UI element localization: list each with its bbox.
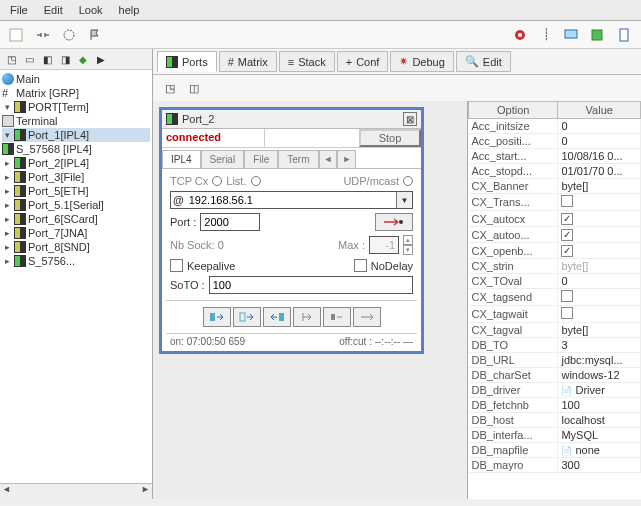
col-option[interactable]: Option <box>469 102 558 119</box>
side-tool-1[interactable]: ◳ <box>4 52 18 66</box>
tree-matrix[interactable]: #Matrix [GRP] <box>2 86 150 100</box>
option-row[interactable]: DB_interfa...MySQL <box>469 428 641 443</box>
btn-4[interactable] <box>293 307 321 327</box>
tab-conf[interactable]: +Conf <box>337 51 389 72</box>
col-value[interactable]: Value <box>558 102 641 119</box>
tree-s5756[interactable]: ▸S_5756... <box>2 254 150 268</box>
connect-icon[interactable] <box>34 26 52 44</box>
tree-port1[interactable]: ▾Port_1[IPL4] <box>2 128 150 142</box>
option-value[interactable] <box>558 289 641 306</box>
option-checkbox[interactable] <box>561 307 573 319</box>
option-row[interactable]: DB_driver📄 Driver <box>469 383 641 398</box>
tab-stack[interactable]: ≡Stack <box>279 51 335 72</box>
option-checkbox[interactable] <box>561 195 573 207</box>
menu-look[interactable]: Look <box>73 2 109 18</box>
side-tool-6[interactable]: ▶ <box>94 52 108 66</box>
option-value[interactable]: 0 <box>558 119 641 134</box>
tree-port51[interactable]: ▸Port_5.1[Serial] <box>2 198 150 212</box>
option-value[interactable]: byte[] <box>558 179 641 194</box>
btn-3[interactable] <box>263 307 291 327</box>
maximize-icon[interactable]: ⊠ <box>403 112 417 126</box>
tree-port2[interactable]: ▸Port_2[IPL4] <box>2 156 150 170</box>
ptab-file[interactable]: File <box>244 150 278 168</box>
tab-edit[interactable]: 🔍Edit <box>456 51 511 72</box>
option-row[interactable]: Acc_start...10/08/16 0... <box>469 149 641 164</box>
menu-help[interactable]: help <box>113 2 146 18</box>
flag-icon[interactable] <box>86 26 104 44</box>
option-row[interactable]: CX_tagsend <box>469 289 641 306</box>
tab-ports[interactable]: Ports <box>157 51 217 72</box>
option-row[interactable]: DB_mayro300 <box>469 458 641 473</box>
tree-main[interactable]: Main <box>2 72 150 86</box>
record-icon[interactable] <box>60 26 78 44</box>
tree-port5[interactable]: ▸Port_5[ETH] <box>2 184 150 198</box>
max-input[interactable] <box>369 236 399 254</box>
tile-icon[interactable]: ◫ <box>185 79 203 97</box>
tree-port6[interactable]: ▸Port_6[SCard] <box>2 212 150 226</box>
menu-file[interactable]: File <box>4 2 34 18</box>
option-row[interactable]: DB_hostlocalhost <box>469 413 641 428</box>
option-row[interactable]: CX_Trans... <box>469 194 641 211</box>
ptab-scroll-left[interactable]: ◄ <box>319 150 338 168</box>
option-row[interactable]: Acc_stopd...01/01/70 0... <box>469 164 641 179</box>
option-value[interactable]: 100 <box>558 398 641 413</box>
option-row[interactable]: DB_TO3 <box>469 338 641 353</box>
tab-debug[interactable]: ✷Debug <box>390 51 453 72</box>
ptab-ipl4[interactable]: IPL4 <box>162 150 201 168</box>
gear-red-icon[interactable] <box>511 26 529 44</box>
option-value[interactable]: localhost <box>558 413 641 428</box>
tree-terminal[interactable]: Terminal <box>2 114 150 128</box>
option-row[interactable]: CX_TOval0 <box>469 274 641 289</box>
option-value[interactable] <box>558 211 641 227</box>
keepalive-checkbox[interactable] <box>170 259 183 272</box>
tree-port-term[interactable]: ▾PORT[Term] <box>2 100 150 114</box>
ptab-scroll-right[interactable]: ► <box>337 150 356 168</box>
spin-up[interactable]: ▴ <box>403 235 413 245</box>
disk-icon[interactable] <box>589 26 607 44</box>
option-checkbox[interactable] <box>561 245 573 257</box>
option-value[interactable] <box>558 194 641 211</box>
tree-view[interactable]: Main #Matrix [GRP] ▾PORT[Term] Terminal … <box>0 70 152 483</box>
option-checkbox[interactable] <box>561 229 573 241</box>
page-icon[interactable] <box>615 26 633 44</box>
option-value[interactable]: 10/08/16 0... <box>558 149 641 164</box>
btn-1[interactable] <box>203 307 231 327</box>
option-row[interactable]: CX_strinbyte[] <box>469 259 641 274</box>
spin-down[interactable]: ▾ <box>403 245 413 255</box>
option-row[interactable]: Acc_initsize0 <box>469 119 641 134</box>
sidebar-hscroll[interactable] <box>0 483 152 499</box>
btn-2[interactable] <box>233 307 261 327</box>
list-radio[interactable] <box>251 176 261 186</box>
side-tool-4[interactable]: ◨ <box>58 52 72 66</box>
option-row[interactable]: DB_mapfile📄 none <box>469 443 641 458</box>
window-titlebar[interactable]: Port_2 ⊠ <box>162 110 421 129</box>
side-tool-5[interactable]: ◆ <box>76 52 90 66</box>
option-row[interactable]: DB_fetchnb100 <box>469 398 641 413</box>
option-row[interactable]: DB_URLjdbc:mysql... <box>469 353 641 368</box>
ip-input[interactable] <box>186 192 396 208</box>
option-value[interactable]: jdbc:mysql... <box>558 353 641 368</box>
option-value[interactable]: byte[] <box>558 323 641 338</box>
option-row[interactable]: Acc_positi...0 <box>469 134 641 149</box>
option-row[interactable]: CX_Bannerbyte[] <box>469 179 641 194</box>
btn-6[interactable] <box>353 307 381 327</box>
connect-button[interactable] <box>375 213 413 231</box>
soto-input[interactable] <box>209 276 413 294</box>
tcpcx-radio[interactable] <box>212 176 222 186</box>
side-tool-3[interactable]: ◧ <box>40 52 54 66</box>
option-value[interactable]: 01/01/70 0... <box>558 164 641 179</box>
option-row[interactable]: CX_tagwait <box>469 306 641 323</box>
option-value[interactable]: 0 <box>558 274 641 289</box>
option-checkbox[interactable] <box>561 290 573 302</box>
option-row[interactable]: DB_charSetwindows-12 <box>469 368 641 383</box>
btn-5[interactable] <box>323 307 351 327</box>
option-value[interactable] <box>558 243 641 259</box>
option-row[interactable]: CX_openb... <box>469 243 641 259</box>
option-value[interactable]: windows-12 <box>558 368 641 383</box>
new-icon[interactable] <box>8 26 26 44</box>
option-value[interactable] <box>558 227 641 243</box>
ptab-term[interactable]: Term <box>278 150 318 168</box>
udp-radio[interactable] <box>403 176 413 186</box>
tree-port8[interactable]: ▸Port_8[SND] <box>2 240 150 254</box>
option-row[interactable]: CX_autocx <box>469 211 641 227</box>
